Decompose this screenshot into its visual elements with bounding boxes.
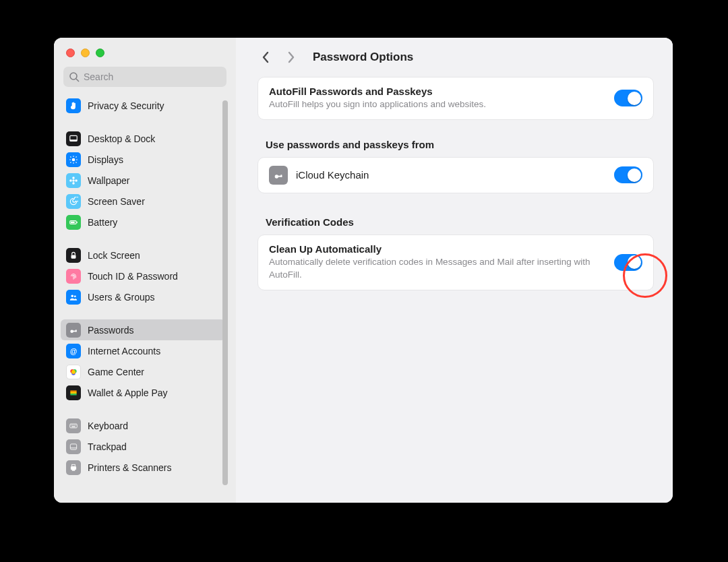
sidebar-item-label: Touch ID & Password [88,271,178,282]
svg-rect-19 [77,221,78,222]
sidebar-item-screen-saver[interactable]: Screen Saver [61,191,225,212]
svg-point-15 [72,182,75,185]
sidebar-item-label: Privacy & Security [88,100,164,111]
main-header: Password Options [257,38,654,77]
wallet-icon [66,385,81,400]
sidebar-item-game-center[interactable]: Game Center [61,361,225,382]
svg-rect-3 [70,139,78,141]
sidebar-item-wallpaper[interactable]: Wallpaper [61,170,225,191]
hand-icon [66,98,81,113]
svg-point-13 [72,179,75,182]
printer-icon [66,460,81,475]
sun-icon [66,152,81,167]
sidebar-item-wallet-apple-pay[interactable]: Wallet & Apple Pay [61,382,225,403]
svg-point-22 [71,294,74,297]
svg-rect-46 [72,468,75,470]
svg-point-14 [72,177,75,179]
sidebar-item-users-groups[interactable]: Users & Groups [61,286,225,307]
sidebar-item-label: Keyboard [88,420,128,431]
cleanup-toggle[interactable] [614,254,642,271]
svg-rect-35 [70,424,78,428]
svg-line-1 [76,79,79,82]
sidebar-item-printers-scanners[interactable]: Printers & Scanners [61,457,225,478]
spiral-icon [66,194,81,209]
sidebar: Privacy & SecurityDesktop & DockDisplays… [54,38,236,503]
svg-point-16 [69,179,72,182]
lock-icon [66,248,81,263]
sidebar-item-label: Battery [88,217,117,228]
sidebar-item-label: Internet Accounts [88,346,160,356]
sidebar-item-label: Printers & Scanners [88,462,172,473]
sidebar-item-lock-screen[interactable]: Lock Screen [61,245,225,266]
svg-rect-45 [72,464,75,466]
search-icon [69,71,80,82]
battery-icon [66,215,81,230]
sidebar-item-battery[interactable]: Battery [61,212,225,232]
cleanup-card: Clean Up Automatically Automatically del… [257,235,654,290]
svg-rect-49 [280,175,282,177]
trackpad-icon [66,439,81,454]
codes-section-label: Verification Codes [266,216,654,228]
svg-point-23 [74,295,76,297]
svg-line-12 [70,162,71,162]
gamecenter-icon [66,365,81,379]
sidebar-item-label: Desktop & Dock [88,133,155,144]
sidebar-item-internet-accounts[interactable]: @Internet Accounts [61,340,225,361]
svg-rect-26 [75,330,77,332]
svg-point-17 [75,179,78,182]
svg-line-11 [76,156,77,157]
sidebar-item-label: Trackpad [88,441,127,452]
autofill-card: AutoFill Passwords and Passkeys AutoFill… [257,77,654,120]
icloud-keychain-label: iCloud Keychain [296,169,606,181]
sidebar-item-label: Wallet & Apple Pay [88,387,168,398]
dock-icon [66,131,81,146]
close-window-button[interactable] [66,49,75,57]
settings-window: Privacy & SecurityDesktop & DockDisplays… [54,38,673,503]
keyboard-icon [66,418,81,433]
back-button[interactable] [257,48,274,67]
forward-button[interactable] [283,48,299,67]
sidebar-item-trackpad[interactable]: Trackpad [61,436,225,457]
sidebar-item-label: Screen Saver [88,196,145,207]
svg-point-4 [72,158,75,161]
svg-line-10 [76,162,77,162]
window-controls [61,47,229,67]
sources-section-label: Use passwords and passkeys from [266,139,654,150]
svg-rect-21 [71,255,76,258]
key-icon [269,166,288,185]
sidebar-scrollbar[interactable] [222,100,228,485]
sidebar-item-label: Passwords [88,325,133,336]
sidebar-item-label: Lock Screen [88,250,140,261]
sidebar-item-keyboard[interactable]: Keyboard [61,415,225,436]
search-input[interactable] [63,67,226,87]
fingerprint-icon [66,269,81,284]
sidebar-item-label: Users & Groups [88,292,155,303]
svg-point-31 [71,370,75,374]
sidebar-item-privacy-security[interactable]: Privacy & Security [61,95,225,116]
sources-card: iCloud Keychain [257,157,654,193]
cleanup-subtitle: Automatically delete verification codes … [269,256,605,282]
svg-text:@: @ [70,346,77,354]
sidebar-item-touch-id-password[interactable]: Touch ID & Password [61,266,225,286]
maximize-window-button[interactable] [96,49,104,57]
flower-icon [66,173,81,188]
main-pane: Password Options AutoFill Passwords and … [236,38,673,503]
page-title: Password Options [313,51,413,64]
minimize-window-button[interactable] [81,49,90,57]
svg-rect-32 [70,390,76,392]
sidebar-item-desktop-dock[interactable]: Desktop & Dock [61,128,225,149]
key-icon [66,323,81,338]
sidebar-item-passwords[interactable]: Passwords [61,319,225,340]
autofill-subtitle: AutoFill helps you sign into application… [269,98,605,111]
sidebar-item-label: Displays [88,154,123,165]
autofill-toggle[interactable] [614,90,642,106]
svg-rect-34 [70,394,76,395]
sidebar-item-displays[interactable]: Displays [61,149,225,170]
autofill-title: AutoFill Passwords and Passkeys [269,86,605,97]
sidebar-scroll[interactable]: Privacy & SecurityDesktop & DockDisplays… [61,95,229,496]
svg-rect-20 [71,221,75,222]
icloud-keychain-toggle[interactable] [614,166,642,183]
svg-line-9 [70,156,71,157]
svg-rect-33 [70,392,76,393]
at-icon: @ [66,344,81,358]
